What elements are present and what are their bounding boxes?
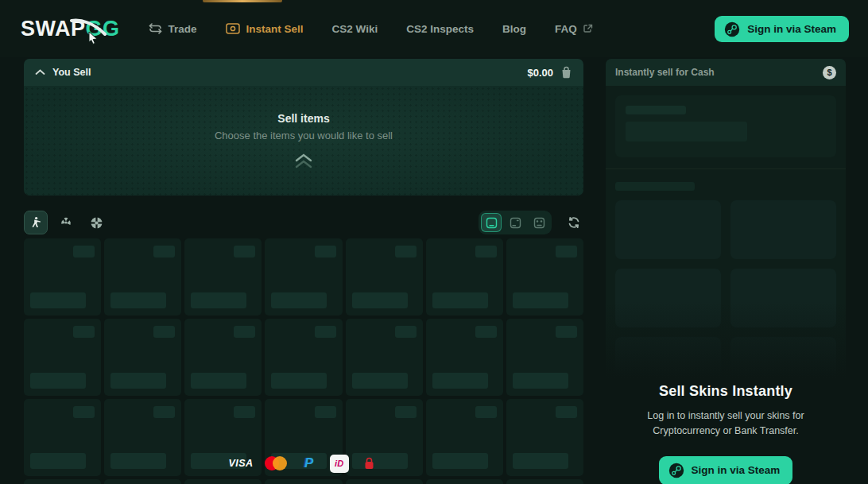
paypal-icon: P (300, 454, 319, 473)
mastercard-icon (265, 455, 289, 471)
inventory-toolbar (24, 210, 583, 235)
cs2-game-icon (29, 216, 42, 229)
skeleton-price (556, 326, 577, 338)
skeleton-name (110, 292, 166, 308)
skeleton-name (513, 373, 568, 389)
skeleton-name (513, 292, 568, 308)
steam-icon (668, 463, 684, 478)
skeleton-price (315, 326, 336, 338)
item-grid (24, 238, 583, 484)
instant-sell-sidebar: Instantly sell for Cash $ Sell Skins Ins… (606, 59, 846, 484)
item-card-skeleton (184, 479, 262, 484)
item-card-skeleton (265, 479, 342, 484)
nav-item-cs2-inspects[interactable]: CS2 Inspects (406, 23, 474, 35)
steam-icon (724, 21, 740, 37)
item-card-skeleton (24, 479, 101, 484)
game-tab-rust[interactable] (54, 211, 78, 234)
overlay-body: Log in to instantly sell your skins for … (618, 408, 834, 439)
view-size-small-button[interactable] (481, 213, 502, 232)
item-card-skeleton (506, 238, 583, 316)
refresh-icon (568, 216, 580, 229)
sell-dropzone[interactable]: Sell items Choose the items you would li… (24, 86, 583, 196)
game-tabs (24, 211, 108, 234)
skeleton-name (191, 373, 246, 389)
item-card-skeleton (346, 319, 423, 396)
skeleton-price (395, 246, 417, 257)
you-sell-header[interactable]: You Sell $0.00 (24, 59, 583, 86)
card-medium-icon (510, 217, 521, 229)
ideal-label: iD (335, 459, 343, 468)
item-card-skeleton (426, 238, 503, 316)
sidebar-divider (606, 168, 846, 169)
overlay-heading: Sell Skins Instantly (659, 383, 792, 400)
cash-icon (226, 23, 240, 34)
skeleton-section-label (615, 182, 695, 191)
skeleton-price (234, 406, 255, 418)
sell-items-title: Sell items (277, 112, 329, 125)
item-card-skeleton (184, 319, 262, 396)
skeleton-price (73, 326, 95, 338)
skeleton-price (153, 246, 175, 257)
sign-in-steam-button[interactable]: Sign in via Steam (715, 16, 849, 42)
item-card-skeleton (104, 238, 181, 316)
skeleton-price (475, 326, 497, 338)
item-card-skeleton (104, 319, 181, 396)
cursor-pointer-icon (87, 31, 99, 45)
game-tab-tf2[interactable] (84, 211, 108, 234)
sign-in-label: Sign in via Steam (692, 464, 781, 476)
sign-in-overlay: Sell Skins Instantly Log in to instantly… (606, 301, 846, 484)
red-wallet-icon (360, 454, 379, 473)
tf2-game-icon (90, 216, 103, 230)
sell-items-subtitle: Choose the items you would like to sell (215, 130, 393, 141)
mastercard-orange-circle (273, 456, 287, 470)
skeleton-price (315, 246, 336, 257)
nav-item-blog[interactable]: Blog (502, 23, 526, 35)
sign-in-steam-button-sidebar[interactable]: Sign in via Steam (659, 456, 793, 484)
game-tab-cs2[interactable] (24, 211, 48, 234)
logo-text-swap: SWAP (21, 17, 86, 41)
sidebar-skeleton-card (615, 200, 721, 259)
you-sell-title: You Sell (52, 67, 91, 78)
skeleton-price (234, 246, 255, 257)
swap-arrows-icon (149, 23, 162, 34)
item-card-skeleton (184, 238, 262, 316)
nav-item-trade[interactable]: Trade (149, 23, 197, 35)
sell-total: $0.00 (527, 67, 553, 79)
skeleton-name (352, 292, 408, 308)
sign-in-label: Sign in via Steam (747, 23, 836, 35)
sidebar-title: Instantly sell for Cash (615, 67, 823, 78)
skeleton-name (191, 292, 246, 308)
skeleton-name (271, 292, 327, 308)
view-size-medium-button[interactable] (505, 213, 525, 232)
nav-label: Trade (169, 23, 197, 35)
skeleton-price (73, 406, 95, 418)
logo[interactable]: SWAP GG (21, 17, 120, 41)
skeleton-bar (626, 122, 747, 141)
nav-item-faq[interactable]: FAQ (555, 23, 593, 35)
skeleton-name (30, 292, 86, 308)
top-navigation: SWAP GG Trade Instant Sell CS2 Wiki CS2 … (0, 0, 868, 57)
skeleton-name (432, 292, 488, 308)
skeleton-price (73, 246, 95, 257)
nav-item-cs2-wiki[interactable]: CS2 Wiki (332, 23, 378, 35)
skeleton-price (153, 326, 175, 338)
item-card-skeleton (24, 238, 101, 316)
item-card-skeleton (265, 319, 342, 396)
view-size-large-button[interactable] (529, 213, 549, 232)
sidebar-header: Instantly sell for Cash $ (606, 59, 846, 86)
card-large-icon (533, 217, 545, 229)
sidebar-skeleton-card (730, 200, 836, 259)
skeleton-price (234, 326, 255, 338)
skeleton-name (30, 373, 86, 389)
rust-game-icon (60, 216, 72, 229)
item-card-skeleton (426, 319, 503, 396)
nav-item-instant-sell[interactable]: Instant Sell (226, 23, 304, 35)
item-card-skeleton (104, 479, 181, 484)
payout-summary-skeleton (615, 95, 836, 157)
refresh-inventory-button[interactable] (564, 213, 583, 232)
sell-column: You Sell $0.00 Sell items Choose the ite… (24, 59, 583, 484)
skeleton-price (395, 406, 417, 418)
bag-icon (560, 66, 572, 79)
skeleton-price (475, 406, 497, 418)
skeleton-price (395, 326, 417, 338)
